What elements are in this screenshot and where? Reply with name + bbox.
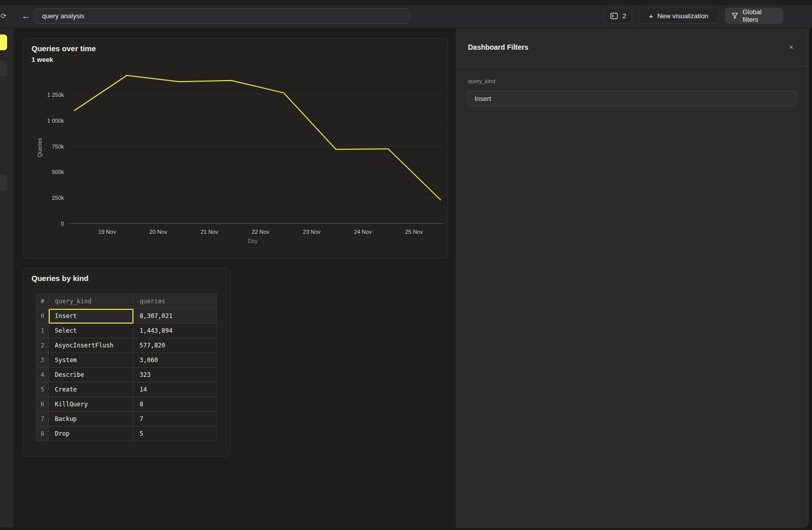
x-tick-label: 21 Nov	[200, 229, 218, 235]
funnel-icon	[731, 12, 738, 19]
filters-panel-title: Dashboard Filters	[468, 43, 528, 51]
queries-cell[interactable]: 7	[133, 412, 217, 427]
panel-divider	[456, 66, 808, 66]
queries-cell[interactable]: 8	[133, 397, 217, 412]
queries-cell[interactable]: 1,443,894	[133, 324, 217, 338]
y-axis-title: Queries	[37, 137, 43, 157]
table-row: 1Select1,443,894	[37, 324, 217, 338]
window-titlebar	[0, 0, 812, 5]
table-header-row: # query_kind queries	[37, 294, 217, 309]
row-index-cell: 1	[37, 324, 49, 338]
filter-field-label: query_kind	[468, 78, 495, 84]
query-kind-cell[interactable]: Backup	[49, 412, 133, 427]
main-content: Queries over time 1 week 0250k500k750k1 …	[14, 28, 456, 527]
queries-cell[interactable]: 577,820	[133, 338, 217, 353]
tab-count-label: 2	[622, 12, 626, 20]
row-index-cell: 0	[37, 309, 49, 324]
query-kind-cell[interactable]: Describe	[49, 368, 133, 382]
x-tick-label: 22 Nov	[252, 229, 269, 235]
sidebar-item-active[interactable]	[0, 34, 7, 50]
chart-card: Queries over time 1 week 0250k500k750k1 …	[23, 38, 448, 259]
table-row: 5Create14	[37, 382, 217, 397]
y-tick-label: 750k	[52, 144, 64, 150]
table-row: 6KillQuery8	[37, 397, 217, 412]
table-row: 8Drop5	[37, 427, 217, 441]
table-row: 0Insert8,307,021	[37, 309, 217, 324]
row-index-cell: 2	[37, 338, 49, 353]
queries-over-time-chart: 0250k500k750k1 000k1 250k19 Nov20 Nov21 …	[23, 39, 449, 259]
global-filters-label: Global filters	[742, 8, 776, 23]
global-filters-button[interactable]: Global filters	[725, 8, 783, 24]
header-index: #	[37, 294, 49, 309]
tab-count-button[interactable]: 2	[604, 8, 632, 24]
queries-by-kind-table: # query_kind queries 0Insert8,307,0211Se…	[36, 294, 217, 441]
y-tick-label: 250k	[52, 195, 64, 201]
x-axis-title: Day	[248, 238, 258, 244]
query-kind-cell[interactable]: Create	[49, 382, 133, 397]
table-row: 4Describe323	[37, 368, 217, 382]
row-index-cell: 7	[37, 412, 49, 427]
table-title: Queries by kind	[31, 274, 89, 282]
queries-cell[interactable]: 8,307,021	[133, 309, 217, 324]
query-kind-cell[interactable]: Select	[49, 324, 133, 338]
y-tick-label: 1 250k	[47, 92, 64, 98]
table-row: 3System3,060	[37, 353, 217, 368]
row-index-cell: 6	[37, 397, 49, 412]
x-tick-label: 20 Nov	[149, 229, 167, 235]
sidebar-item[interactable]	[0, 60, 7, 77]
query-kind-cell[interactable]: AsyncInsertFlush	[49, 338, 133, 353]
query-kind-cell[interactable]: KillQuery	[49, 397, 133, 412]
queries-table-body: 0Insert8,307,0211Select1,443,8942AsyncIn…	[37, 309, 217, 441]
queries-cell[interactable]: 3,060	[133, 353, 217, 368]
dashboard-title-input[interactable]	[35, 8, 410, 24]
query-kind-cell[interactable]: Insert	[49, 309, 133, 324]
query-kind-cell[interactable]: Drop	[49, 427, 133, 441]
bottom-strip	[0, 527, 812, 530]
queries-cell[interactable]: 5	[133, 427, 217, 441]
header-queries: queries	[133, 294, 217, 309]
sidebar	[0, 28, 14, 527]
queries-cell[interactable]: 14	[133, 382, 217, 397]
line-series	[75, 76, 441, 200]
x-tick-label: 25 Nov	[405, 229, 423, 235]
row-index-cell: 8	[37, 427, 49, 441]
table-row: 2AsyncInsertFlush577,820	[37, 338, 217, 353]
back-button[interactable]: ←	[19, 10, 32, 23]
x-tick-label: 23 Nov	[303, 229, 321, 235]
y-tick-label: 500k	[52, 169, 64, 175]
toolbar: ⟳ ← 2 + New visualization Global filters	[0, 5, 812, 28]
new-visualization-button[interactable]: + New visualization	[638, 8, 719, 24]
row-index-cell: 5	[37, 382, 49, 397]
new-visualization-label: New visualization	[657, 12, 708, 20]
table-card: Queries by kind # query_kind queries 0In…	[23, 268, 231, 456]
row-index-cell: 3	[37, 353, 49, 368]
x-tick-label: 24 Nov	[354, 229, 372, 235]
query-kind-cell[interactable]: System	[49, 353, 133, 368]
y-tick-label: 0	[61, 221, 64, 227]
sidebar-item[interactable]	[0, 175, 7, 191]
row-index-cell: 4	[37, 368, 49, 382]
dashboard-filters-panel: Dashboard Filters × query_kind	[456, 28, 808, 527]
plus-icon: +	[649, 12, 653, 20]
terminal-icon	[610, 12, 618, 20]
app-root: ⟳ ← 2 + New visualization Global filters	[0, 0, 812, 530]
header-query-kind: query_kind	[49, 294, 133, 309]
queries-cell[interactable]: 323	[133, 368, 217, 382]
refresh-icon[interactable]: ⟳	[1, 12, 7, 20]
table-row: 7Backup7	[37, 412, 217, 427]
close-icon[interactable]: ×	[787, 43, 796, 52]
query-kind-filter-input[interactable]	[468, 91, 796, 107]
y-tick-label: 1 000k	[47, 118, 64, 124]
x-tick-label: 19 Nov	[98, 229, 116, 235]
